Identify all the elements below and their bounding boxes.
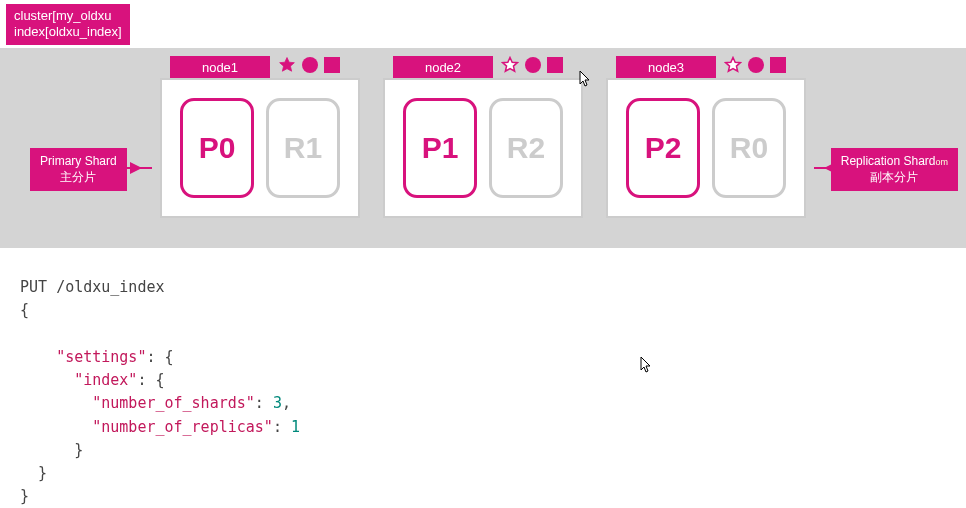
primary-shard-label: Primary Shard 主分片: [30, 148, 127, 191]
star-icon: [724, 56, 742, 74]
replica-shard-label: Replication Shardom 副本分片: [831, 148, 958, 191]
node-icons: [278, 56, 340, 74]
json-value: 3: [273, 394, 282, 412]
json-key: "number_of_replicas": [92, 418, 273, 436]
primary-arrow-icon: [130, 162, 142, 174]
node-box: node1 P0 R1: [160, 78, 360, 218]
node-icons: [724, 56, 786, 74]
primary-label-cn: 主分片: [60, 170, 96, 184]
cluster-diagram: cluster[my_oldxu index[oldxu_index] Prim…: [0, 0, 966, 256]
nodes-container: node1 P0 R1 node2 P1 R2: [160, 78, 806, 218]
primary-shard: P2: [626, 98, 700, 198]
node-box: node3 P2 R0: [606, 78, 806, 218]
primary-shard: P0: [180, 98, 254, 198]
star-icon: [501, 56, 519, 74]
node-box: node2 P1 R2: [383, 78, 583, 218]
circle-icon: [302, 57, 318, 73]
node-title: node1: [170, 56, 270, 78]
node-icons: [501, 56, 563, 74]
json-value: 1: [291, 418, 300, 436]
json-key: "number_of_shards": [92, 394, 255, 412]
replica-shard: R0: [712, 98, 786, 198]
code-block: PUT /oldxu_index { "settings": { "index"…: [0, 256, 966, 508]
http-method: PUT: [20, 278, 47, 296]
node-title: node3: [616, 56, 716, 78]
json-key: "index": [74, 371, 137, 389]
replica-shard: R1: [266, 98, 340, 198]
primary-shard: P1: [403, 98, 477, 198]
node-title: node2: [393, 56, 493, 78]
cluster-label-line2: index[oldxu_index]: [14, 24, 122, 39]
replica-shard: R2: [489, 98, 563, 198]
cursor-icon: [640, 356, 654, 374]
node-body: P0 R1: [160, 78, 360, 218]
replica-label-cn: 副本分片: [870, 170, 918, 184]
circle-icon: [525, 57, 541, 73]
square-icon: [324, 57, 340, 73]
replica-label-suffix: om: [935, 157, 948, 167]
circle-icon: [748, 57, 764, 73]
cluster-index-label: cluster[my_oldxu index[oldxu_index]: [6, 4, 130, 45]
star-icon: [278, 56, 296, 74]
square-icon: [547, 57, 563, 73]
square-icon: [770, 57, 786, 73]
http-path: /oldxu_index: [56, 278, 164, 296]
primary-label-en: Primary Shard: [40, 154, 117, 168]
node-body: P2 R0: [606, 78, 806, 218]
cluster-label-line1: cluster[my_oldxu: [14, 8, 112, 23]
replica-label-en: Replication Shard: [841, 154, 936, 168]
node-body: P1 R2: [383, 78, 583, 218]
json-key: "settings": [56, 348, 146, 366]
cursor-icon: [579, 70, 593, 88]
